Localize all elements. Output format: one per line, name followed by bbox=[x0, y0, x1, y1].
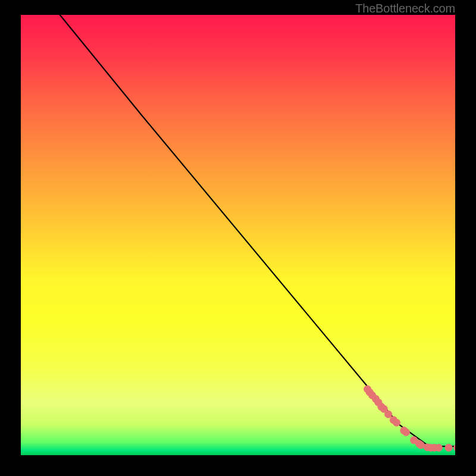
watermark-text: TheBottleneck.com bbox=[355, 2, 455, 15]
chart-plot-area bbox=[21, 15, 455, 455]
